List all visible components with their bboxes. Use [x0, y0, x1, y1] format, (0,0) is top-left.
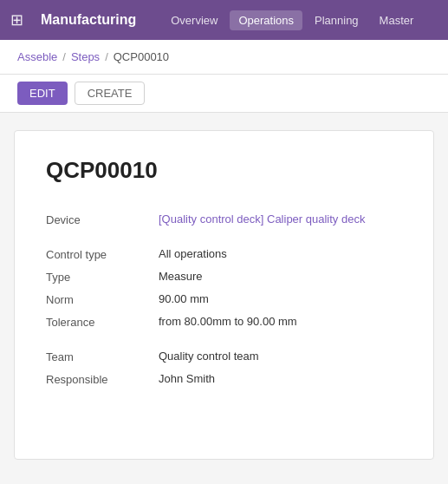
record-card: QCP00010 Device [Quality control deck] C… — [14, 130, 434, 460]
breadcrumb-sep-2: / — [105, 50, 108, 63]
control-type-value: All operations — [159, 247, 402, 260]
breadcrumb: Asseble / Steps / QCP00010 — [0, 40, 448, 75]
field-section: Device [Quality control deck] Caliper qu… — [46, 208, 402, 390]
device-label: Device — [46, 213, 159, 226]
type-label: Type — [46, 270, 159, 284]
top-navigation: ⊞ Manufacturing Overview Operations Plan… — [0, 0, 448, 40]
breadcrumb-middle[interactable]: Steps — [71, 50, 100, 63]
tolerance-value: from 80.00mm to 90.00 mm — [159, 315, 402, 328]
control-type-label: Control type — [46, 247, 159, 261]
type-value: Measure — [159, 270, 402, 283]
nav-links: Overview Operations Planning Master — [162, 10, 438, 30]
responsible-value: John Smith — [159, 372, 402, 385]
main-content: QCP00010 Device [Quality control deck] C… — [0, 113, 448, 477]
spacer-2 — [46, 333, 402, 345]
responsible-label: Responsible — [46, 372, 159, 386]
tolerance-label: Tolerance — [46, 315, 159, 329]
breadcrumb-sep-1: / — [62, 50, 66, 63]
norm-value: 90.00 mm — [159, 292, 402, 305]
edit-button[interactable]: EDIT — [17, 82, 68, 105]
field-row-responsible: Responsible John Smith — [46, 368, 402, 390]
action-bar: EDIT CREATE — [0, 75, 448, 113]
field-row-norm: Norm 90.00 mm — [46, 288, 402, 311]
nav-link-master[interactable]: Master — [371, 10, 423, 30]
device-value[interactable]: [Quality control deck] Caliper quality d… — [159, 213, 402, 226]
record-title: QCP00010 — [46, 157, 402, 184]
spacer-1 — [46, 231, 402, 243]
norm-label: Norm — [46, 292, 159, 306]
create-button[interactable]: CREATE — [75, 82, 146, 105]
nav-link-planning[interactable]: Planning — [306, 10, 367, 30]
field-row-device: Device [Quality control deck] Caliper qu… — [46, 208, 402, 231]
nav-link-operations[interactable]: Operations — [230, 10, 302, 30]
field-row-team: Team Quality control team — [46, 345, 402, 368]
field-row-type: Type Measure — [46, 265, 402, 288]
team-label: Team — [46, 350, 159, 363]
breadcrumb-current: QCP00010 — [114, 50, 169, 63]
team-value: Quality control team — [159, 350, 402, 363]
field-row-tolerance: Tolerance from 80.00mm to 90.00 mm — [46, 311, 402, 333]
brand-name: Manufacturing — [41, 12, 136, 28]
grid-icon[interactable]: ⊞ — [10, 10, 23, 29]
field-row-control-type: Control type All operations — [46, 243, 402, 265]
nav-link-overview[interactable]: Overview — [162, 10, 226, 30]
breadcrumb-root[interactable]: Asseble — [17, 50, 57, 63]
